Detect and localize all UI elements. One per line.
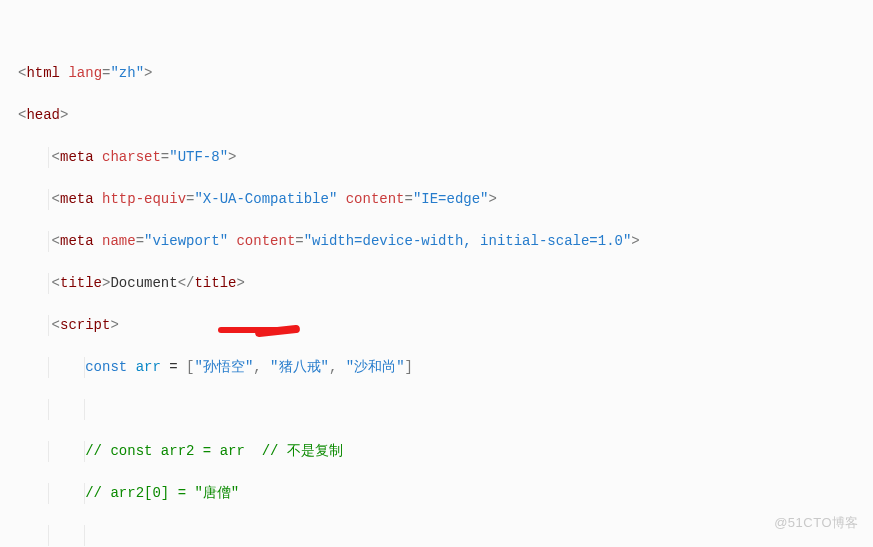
- watermark: @51CTO博客: [774, 512, 859, 533]
- code-line: <html lang="zh">: [12, 63, 873, 84]
- code-line: [12, 399, 873, 420]
- code-line: <meta charset="UTF-8">: [12, 147, 873, 168]
- code-line: // const arr2 = arr // 不是复制: [12, 441, 873, 462]
- code-line: <meta http-equiv="X-UA-Compatible" conte…: [12, 189, 873, 210]
- code-line: <!DOCTYPE html>: [12, 21, 873, 42]
- code-editor: <!DOCTYPE html> <html lang="zh"> <head> …: [0, 0, 873, 547]
- code-line: <meta name="viewport" content="width=dev…: [12, 231, 873, 252]
- code-line: <title>Document</title>: [12, 273, 873, 294]
- code-line: <script>: [12, 315, 873, 336]
- code-line: [12, 525, 873, 546]
- code-line: const arr = ["孙悟空", "猪八戒", "沙和尚"]: [12, 357, 873, 378]
- code-line: // arr2[0] = "唐僧": [12, 483, 873, 504]
- code-line: <head>: [12, 105, 873, 126]
